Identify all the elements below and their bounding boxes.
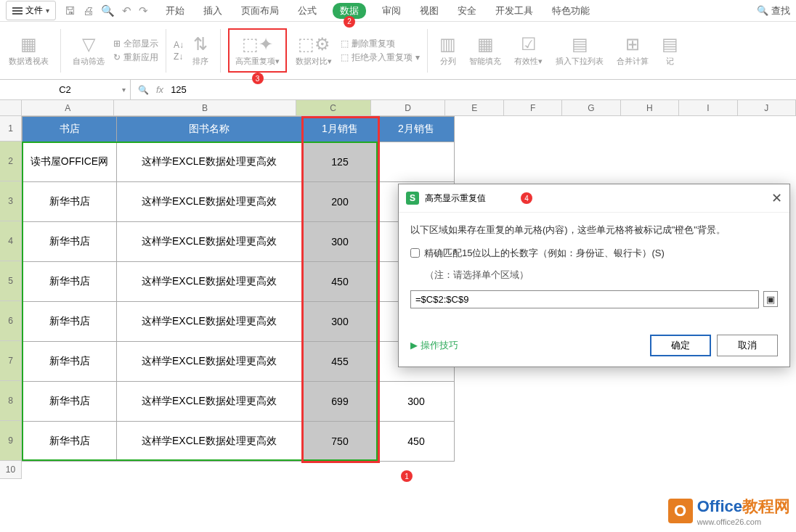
cell[interactable]: 新华书店 <box>23 182 117 222</box>
row-header-2[interactable]: 2 <box>0 142 22 181</box>
col-header-a[interactable]: A <box>22 100 114 115</box>
validity-button[interactable]: ☑ 有效性▾ <box>510 33 547 68</box>
sort-button[interactable]: ⇅ 排序 <box>188 33 213 68</box>
tab-special[interactable]: 特色功能 <box>549 3 593 19</box>
file-menu-button[interactable]: 文件 ▾ <box>6 1 56 20</box>
col-header-f[interactable]: F <box>504 100 562 115</box>
dialog-titlebar[interactable]: S 高亮显示重复值 4 ✕ <box>399 184 789 213</box>
cell[interactable]: 这样学EXCLE数据处理更高效 <box>117 222 302 262</box>
col-header-b[interactable]: B <box>114 100 296 115</box>
formula-input[interactable] <box>171 84 789 95</box>
cell[interactable]: 699 <box>302 382 378 422</box>
cell[interactable]: 这样学EXCLE数据处理更高效 <box>117 302 302 342</box>
precise-match-checkbox[interactable] <box>410 248 420 258</box>
row-header-9[interactable]: 9 <box>0 421 22 461</box>
consolidate-button[interactable]: ⊞ 合并计算 <box>612 33 653 68</box>
col-header-e[interactable]: E <box>445 100 503 115</box>
cell[interactable]: 300 <box>302 222 378 262</box>
cell[interactable] <box>378 142 455 182</box>
col-header-d[interactable]: D <box>371 100 446 115</box>
cell[interactable]: 这样学EXCLE数据处理更高效 <box>117 182 302 222</box>
tab-dev[interactable]: 开发工具 <box>492 3 536 19</box>
header-bookstore[interactable]: 书店 <box>23 117 117 142</box>
search-button[interactable]: 🔍 查找 <box>757 4 790 17</box>
data-compare-button[interactable]: ⬚⚙ 数据对比▾ <box>291 33 336 68</box>
reject-dup-button[interactable]: ⬚拒绝录入重复项▾ <box>341 52 420 64</box>
precise-match-option[interactable]: 精确匹配15位以上的长数字（例如：身份证、银行卡）(S) <box>410 247 778 260</box>
tab-review[interactable]: 审阅 <box>379 3 404 19</box>
range-select-button[interactable]: ▣ <box>763 291 778 307</box>
tab-security[interactable]: 安全 <box>455 3 479 19</box>
col-header-g[interactable]: G <box>562 100 620 115</box>
namebox-dropdown-icon[interactable]: ▾ <box>122 86 126 94</box>
zoom-icon[interactable]: 🔍 <box>138 85 149 95</box>
cell[interactable]: 这样学EXCLE数据处理更高效 <box>117 422 302 462</box>
sort-desc-button[interactable]: Z↓ <box>174 52 184 62</box>
row-header-4[interactable]: 4 <box>0 221 22 261</box>
name-box[interactable]: ▾ <box>0 80 131 99</box>
save-icon[interactable]: 🖫 <box>65 4 76 17</box>
row-header-8[interactable]: 8 <box>0 381 22 421</box>
col-header-i[interactable]: I <box>679 100 737 115</box>
cell[interactable]: 读书屋OFFICE网 <box>23 142 117 182</box>
smart-fill-button[interactable]: ▦ 智能填充 <box>465 33 505 68</box>
header-bookname[interactable]: 图书名称 <box>117 117 302 142</box>
header-jan[interactable]: 1月销售 <box>302 117 378 142</box>
cell[interactable]: 新华书店 <box>23 222 117 262</box>
highlight-dup-button[interactable]: ⬚✦ 高亮重复项▾ <box>231 33 284 68</box>
insert-dropdown-button[interactable]: ▤ 插入下拉列表 <box>551 33 608 68</box>
cell[interactable]: 这样学EXCLE数据处理更高效 <box>117 342 302 382</box>
close-icon[interactable]: ✕ <box>771 190 782 206</box>
preview-icon[interactable]: 🔍 <box>101 4 115 17</box>
fx-label[interactable]: fx <box>156 84 163 95</box>
cell[interactable]: 300 <box>302 302 378 342</box>
row-header-6[interactable]: 6 <box>0 301 22 341</box>
cell[interactable]: 200 <box>302 182 378 222</box>
col-header-h[interactable]: H <box>621 100 679 115</box>
tab-view[interactable]: 视图 <box>417 3 442 19</box>
row-header-5[interactable]: 5 <box>0 261 22 301</box>
cell[interactable]: 750 <box>302 422 378 462</box>
col-header-c[interactable]: C <box>296 100 371 115</box>
show-all-button[interactable]: ⊞全部显示 <box>113 38 158 50</box>
tab-formula[interactable]: 公式 <box>295 3 320 19</box>
cell[interactable]: 这样学EXCLE数据处理更高效 <box>117 142 302 182</box>
tab-data[interactable]: 数据 2 <box>333 3 366 19</box>
print-icon[interactable]: 🖨 <box>83 4 94 17</box>
autofilter-button[interactable]: ▽ 自动筛选 <box>68 33 109 68</box>
col-header-j[interactable]: J <box>738 100 796 115</box>
row-header-1[interactable]: 1 <box>0 116 22 142</box>
reapply-button[interactable]: ↻重新应用 <box>113 52 158 64</box>
cell[interactable]: 455 <box>302 342 378 382</box>
cell[interactable]: 新华书店 <box>23 262 117 302</box>
ok-button[interactable]: 确定 <box>650 335 711 356</box>
cell[interactable]: 新华书店 <box>23 422 117 462</box>
pivot-button[interactable]: ▦ 数据透视表 <box>4 33 53 68</box>
row-header-3[interactable]: 3 <box>0 181 22 221</box>
cell[interactable]: 这样学EXCLE数据处理更高效 <box>117 382 302 422</box>
cell[interactable]: 新华书店 <box>23 342 117 382</box>
cell[interactable]: 新华书店 <box>23 302 117 342</box>
row-header-7[interactable]: 7 <box>0 341 22 381</box>
tips-link[interactable]: ▶ 操作技巧 <box>410 339 458 352</box>
tab-insert[interactable]: 插入 <box>200 3 225 19</box>
cell[interactable]: 450 <box>378 422 455 462</box>
cell[interactable]: 125 <box>302 142 378 182</box>
range-input[interactable] <box>410 290 759 308</box>
cell[interactable]: 这样学EXCLE数据处理更高效 <box>117 262 302 302</box>
select-all-corner[interactable] <box>0 100 22 116</box>
split-col-button[interactable]: ▥ 分列 <box>435 33 460 68</box>
record-button[interactable]: ▤ 记 <box>657 33 683 68</box>
cell[interactable]: 450 <box>302 262 378 302</box>
cancel-button[interactable]: 取消 <box>717 335 778 356</box>
cell[interactable]: 300 <box>378 382 455 422</box>
tab-home[interactable]: 开始 <box>163 3 187 19</box>
redo-icon[interactable]: ↷ <box>139 4 148 17</box>
sort-asc-button[interactable]: A↓ <box>174 40 184 50</box>
delete-dup-button[interactable]: ⬚删除重复项 <box>341 38 420 50</box>
name-box-input[interactable] <box>0 84 130 95</box>
undo-icon[interactable]: ↶ <box>122 4 131 17</box>
tab-layout[interactable]: 页面布局 <box>238 3 282 19</box>
header-feb[interactable]: 2月销售 <box>378 117 455 142</box>
row-header-10[interactable]: 10 <box>0 461 22 479</box>
